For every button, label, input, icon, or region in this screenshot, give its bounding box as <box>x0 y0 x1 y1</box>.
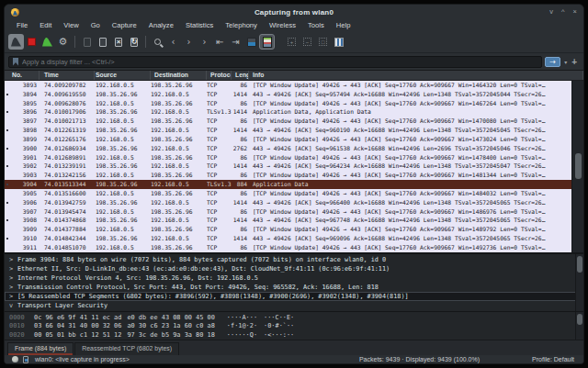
packet-list-scrollbar[interactable] <box>571 81 583 252</box>
auto-scroll-toggle-button[interactable] <box>243 34 259 50</box>
zoom-in-button[interactable]: + <box>284 34 300 50</box>
packet-row-3894[interactable]: 389474.009619550198.35.26.96192.168.0.5T… <box>5 90 571 99</box>
menu-help[interactable]: Help <box>332 21 356 29</box>
capture-options-icon: ⚙ <box>59 37 68 47</box>
column-header-lengt[interactable]: Lengt <box>232 71 249 80</box>
find-packet-button[interactable] <box>150 34 165 50</box>
hex-row[interactable]: 002000 05 01 bb c1 12 51 1297 3c de b5 9… <box>5 331 583 340</box>
expander-icon[interactable]: > <box>9 255 17 264</box>
close-capture-file-button[interactable]: × <box>110 34 126 50</box>
detail-line[interactable]: >Internet Protocol Version 4, Src: 198.3… <box>5 273 583 283</box>
stop-capture-button[interactable] <box>24 34 40 50</box>
detail-line[interactable]: >Transmission Control Protocol, Src Port… <box>5 283 583 292</box>
packet-row-3900[interactable]: 390074.012686934198.35.26.96192.168.0.5T… <box>5 144 571 153</box>
column-header-time[interactable]: Time <box>40 71 95 80</box>
column-header-no[interactable]: No. <box>5 71 40 80</box>
detail-line[interactable]: >Frame 3904: 884 bytes on wire (7072 bit… <box>5 255 583 264</box>
packet-row-3909[interactable]: 390974.014377884192.168.0.5198.35.26.96T… <box>5 225 571 234</box>
menu-capture[interactable]: Capture <box>107 21 141 29</box>
save-capture-file-button[interactable] <box>95 34 110 50</box>
open-capture-file-button[interactable] <box>79 34 95 50</box>
menu-statistics[interactable]: Statistics <box>181 21 218 29</box>
menu-file[interactable]: File <box>12 21 32 29</box>
menu-view[interactable]: View <box>59 21 83 29</box>
apply-filter-button[interactable]: → <box>545 57 560 67</box>
detail-line[interactable]: >[5 Reassembled TCP Segments (6802 bytes… <box>5 292 578 301</box>
packet-row-3908[interactable]: 390874.014374868198.35.26.96192.168.0.5T… <box>5 216 571 225</box>
packet-row-3898[interactable]: 389874.012261319198.35.26.96192.168.0.5T… <box>5 126 571 135</box>
packet-row-3893[interactable]: 389374.009209782192.168.0.5198.35.26.96T… <box>5 81 571 90</box>
hex-row[interactable]: 00000c 96 e6 9f 41 11 ec ade0 db ee 43 0… <box>5 314 583 322</box>
details-scrollbar[interactable] <box>575 254 583 311</box>
title-bar[interactable]: Capturing from wlan0 v^× <box>5 5 583 19</box>
go-previous-packet-button[interactable]: ‹ <box>165 34 181 50</box>
restart-capture-button[interactable] <box>40 34 55 50</box>
go-to-packet-button[interactable]: › <box>197 34 212 50</box>
display-filter-input[interactable] <box>22 58 537 66</box>
expander-icon[interactable]: > <box>9 273 17 283</box>
expander-icon[interactable]: > <box>9 264 17 273</box>
window-title: Capturing from wlan0 <box>5 8 583 17</box>
go-next-packet-button[interactable]: › <box>181 34 197 50</box>
column-header-source[interactable]: Source <box>95 71 151 80</box>
packet-row-3910[interactable]: 391074.014842344198.35.26.96192.168.0.5T… <box>5 234 571 243</box>
packet-row-3895[interactable]: 389574.009628076192.168.0.5198.35.26.96T… <box>5 99 571 108</box>
scrollbar-thumb[interactable] <box>575 153 582 179</box>
detail-line[interactable]: >Ethernet II, Src: D-LinkIn_db:ee:43 (ec… <box>5 264 583 273</box>
profile-selector[interactable]: Profile: Default <box>532 356 574 362</box>
menu-analyze[interactable]: Analyze <box>144 21 178 29</box>
close-button[interactable]: × <box>573 7 577 17</box>
menu-edit[interactable]: Edit <box>35 21 56 29</box>
packet-row-3901[interactable]: 390174.012689891192.168.0.5198.35.26.96T… <box>5 153 571 162</box>
packet-row-3896[interactable]: 389674.010017906198.35.26.96192.168.0.5T… <box>5 107 571 117</box>
packet-row-3911[interactable]: 391174.014851070192.168.0.5198.35.26.96T… <box>5 243 571 252</box>
packet-row-3906[interactable]: 390674.013942759198.35.26.96192.168.0.5T… <box>5 198 571 207</box>
capture-comment-icon[interactable] <box>23 356 28 363</box>
zoom-out-button[interactable]: − <box>300 34 315 50</box>
byte-tab[interactable]: Reassembled TCP (6802 bytes) <box>74 342 179 355</box>
go-last-packet-icon: ⇥ <box>232 37 239 47</box>
minimize-button[interactable]: v <box>549 7 553 17</box>
hex-scrollbar[interactable] <box>575 312 583 340</box>
normal-size-button[interactable]: □ <box>315 34 331 50</box>
go-first-packet-button[interactable]: ⇤ <box>212 34 228 50</box>
expander-icon[interactable]: > <box>9 292 17 301</box>
display-filter-box[interactable] <box>8 56 542 68</box>
go-last-packet-button[interactable]: ⇥ <box>228 34 243 50</box>
filter-bookmark-icon[interactable] <box>13 58 18 66</box>
packet-row-3897[interactable]: 389774.010021713192.168.0.5198.35.26.96T… <box>5 117 571 126</box>
packet-row-3899[interactable]: 389974.012265176192.168.0.5198.35.26.96T… <box>5 135 571 144</box>
scrollbar-thumb[interactable] <box>577 256 582 273</box>
capture-options-button[interactable]: ⚙ <box>55 34 71 50</box>
menu-telephony[interactable]: Telephony <box>220 21 262 29</box>
packet-row-3905[interactable]: 390574.013516600192.168.0.5198.35.26.96T… <box>5 189 571 198</box>
detail-line[interactable]: vTransport Layer Security <box>5 301 583 310</box>
menu-wireless[interactable]: Wireless <box>265 21 300 29</box>
resize-columns-button[interactable] <box>331 34 346 50</box>
zoom-in-icon: + <box>288 38 296 46</box>
find-packet-icon <box>154 39 161 45</box>
byte-tab[interactable]: Frame (884 bytes) <box>7 342 74 355</box>
column-header-destination[interactable]: Destination <box>151 71 207 80</box>
maximize-button[interactable]: ^ <box>561 7 565 17</box>
expert-info-icon[interactable] <box>12 356 18 362</box>
column-header-protocol[interactable]: Protocol <box>207 71 232 80</box>
save-capture-file-icon <box>99 38 107 47</box>
expander-icon[interactable]: > <box>9 283 17 292</box>
packet-row-3907[interactable]: 390774.013945474192.168.0.5198.35.26.96T… <box>5 207 571 217</box>
menu-tools[interactable]: Tools <box>303 21 329 29</box>
column-header-info[interactable]: Info <box>249 71 583 80</box>
menu-go[interactable]: Go <box>86 21 105 29</box>
packet-row-3903[interactable]: 390374.013242156192.168.0.5198.35.26.96T… <box>5 171 571 180</box>
colorize-toggle-button[interactable] <box>259 34 275 50</box>
packet-row-3904[interactable]: 390474.013513344198.35.26.96192.168.0.5T… <box>5 180 571 189</box>
packet-row-3902[interactable]: 390274.013239191198.35.26.96192.168.0.5T… <box>5 162 571 171</box>
reload-capture-file-button[interactable]: ↻ <box>126 34 141 50</box>
add-filter-button[interactable]: + <box>571 57 580 67</box>
start-capture-button[interactable] <box>8 34 24 50</box>
filter-dropdown-caret[interactable]: ▾ <box>563 59 568 65</box>
capture-status-text: wlan0: <live capture in progress> <box>35 356 130 362</box>
hex-row[interactable]: 001003 66 04 31 40 00 32 06a0 30 c6 23 1… <box>5 322 583 330</box>
expander-icon[interactable]: v <box>9 301 17 310</box>
scrollbar-thumb[interactable] <box>577 314 582 325</box>
